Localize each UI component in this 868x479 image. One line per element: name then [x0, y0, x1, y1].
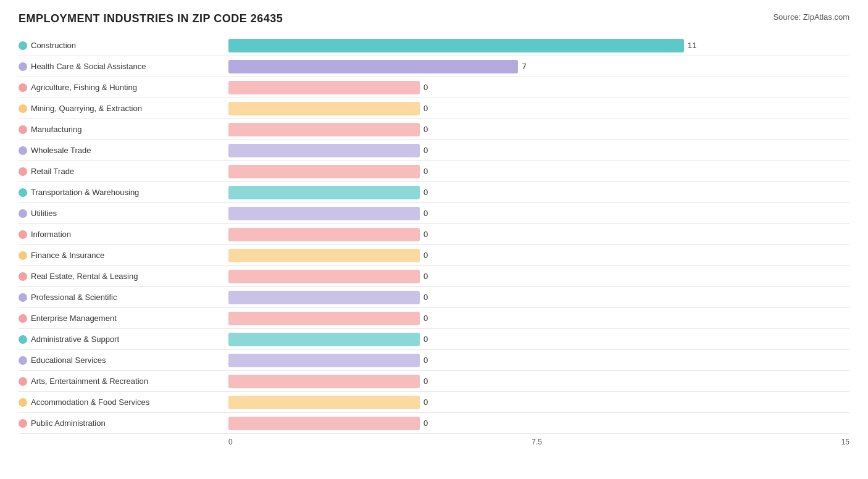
industry-dot: [19, 419, 27, 428]
source-label: Source: ZipAtlas.com: [773, 12, 849, 22]
bar-row: Mining, Quarrying, & Extraction0: [19, 98, 849, 119]
label-container: Finance & Insurance: [19, 251, 228, 260]
label-container: Mining, Quarrying, & Extraction: [19, 104, 228, 113]
bar-row: Accommodation & Food Services0: [19, 392, 849, 413]
bar-row: Professional & Scientific0: [19, 287, 849, 308]
bar-value-label: 0: [424, 104, 428, 113]
bar-row: Transportation & Warehousing0: [19, 182, 849, 203]
industry-label: Agriculture, Fishing & Hunting: [31, 83, 137, 92]
label-container: Accommodation & Food Services: [19, 398, 228, 407]
bar: [228, 39, 684, 52]
chart-title: EMPLOYMENT INDUSTRIES IN ZIP CODE 26435: [19, 12, 283, 25]
bar-row: Educational Services0: [19, 350, 849, 371]
label-container: Educational Services: [19, 356, 228, 365]
bar-value-label: 0: [424, 146, 428, 155]
label-container: Administrative & Support: [19, 335, 228, 344]
bar-value-label: 0: [424, 335, 428, 344]
label-container: Information: [19, 230, 228, 239]
industry-dot: [19, 251, 27, 260]
bar-row: Wholesale Trade0: [19, 140, 849, 161]
bar-value-label: 0: [424, 293, 428, 302]
industry-dot: [19, 356, 27, 365]
bar-value-label: 0: [424, 188, 428, 197]
bar: [228, 375, 420, 388]
industry-label: Health Care & Social Assistance: [31, 62, 146, 71]
x-axis-labels: 0 7.5 15: [228, 438, 849, 446]
industry-dot: [19, 83, 27, 92]
industry-dot: [19, 377, 27, 386]
bar-value-label: 11: [688, 41, 696, 50]
bar-row: Health Care & Social Assistance7: [19, 56, 849, 77]
industry-dot: [19, 41, 27, 50]
industry-dot: [19, 125, 27, 134]
label-container: Manufacturing: [19, 125, 228, 134]
bar: [228, 354, 420, 367]
industry-dot: [19, 167, 27, 176]
bar-section: 0: [228, 291, 849, 304]
label-container: Wholesale Trade: [19, 146, 228, 155]
industry-label: Mining, Quarrying, & Extraction: [31, 104, 142, 113]
bar: [228, 333, 420, 346]
bar: [228, 417, 420, 430]
bar-section: 0: [228, 207, 849, 220]
bar: [228, 165, 420, 178]
bar-row: Utilities0: [19, 203, 849, 224]
industry-dot: [19, 272, 27, 281]
bar-value-label: 0: [424, 272, 428, 281]
industry-dot: [19, 62, 27, 71]
bar-value-label: 0: [424, 356, 428, 365]
industry-dot: [19, 314, 27, 323]
bar-row: Construction11: [19, 35, 849, 56]
bar: [228, 270, 420, 283]
bar-section: 0: [228, 312, 849, 325]
industry-label: Professional & Scientific: [31, 293, 117, 302]
x-label-7-5: 7.5: [532, 438, 542, 446]
industry-label: Finance & Insurance: [31, 251, 104, 260]
bar-value-label: 0: [424, 230, 428, 239]
label-container: Arts, Entertainment & Recreation: [19, 377, 228, 386]
industry-label: Enterprise Management: [31, 314, 117, 323]
industry-label: Wholesale Trade: [31, 146, 91, 155]
chart-area: Construction11Health Care & Social Assis…: [19, 35, 849, 446]
bar-value-label: 0: [424, 167, 428, 176]
industry-label: Manufacturing: [31, 125, 81, 134]
bar-section: 0: [228, 102, 849, 115]
bar-value-label: 7: [522, 62, 526, 71]
label-container: Utilities: [19, 209, 228, 218]
industry-label: Retail Trade: [31, 167, 74, 176]
industry-dot: [19, 209, 27, 218]
bar-value-label: 0: [424, 419, 428, 428]
bar: [228, 81, 420, 94]
bar-value-label: 0: [424, 377, 428, 386]
bar-row: Public Administration0: [19, 413, 849, 434]
industry-label: Real Estate, Rental & Leasing: [31, 272, 138, 281]
bar: [228, 60, 518, 73]
bar: [228, 291, 420, 304]
label-container: Construction: [19, 41, 228, 50]
bar-section: 0: [228, 417, 849, 430]
bar-row: Enterprise Management0: [19, 308, 849, 329]
label-container: Public Administration: [19, 419, 228, 428]
industry-label: Utilities: [31, 209, 57, 218]
industry-label: Accommodation & Food Services: [31, 398, 149, 407]
bar: [228, 228, 420, 241]
bar-section: 0: [228, 144, 849, 157]
bar: [228, 312, 420, 325]
bar-section: 0: [228, 333, 849, 346]
bar-section: 0: [228, 186, 849, 199]
bar-section: 0: [228, 270, 849, 283]
x-label-15: 15: [841, 438, 849, 446]
industry-label: Construction: [31, 41, 76, 50]
bar-row: Real Estate, Rental & Leasing0: [19, 266, 849, 287]
label-container: Transportation & Warehousing: [19, 188, 228, 197]
bar: [228, 102, 420, 115]
industry-dot: [19, 188, 27, 197]
bar-value-label: 0: [424, 251, 428, 260]
bar-section: 0: [228, 396, 849, 409]
label-container: Retail Trade: [19, 167, 228, 176]
industry-label: Transportation & Warehousing: [31, 188, 139, 197]
industry-label: Arts, Entertainment & Recreation: [31, 377, 148, 386]
bar: [228, 249, 420, 262]
bar: [228, 207, 420, 220]
bar-row: Finance & Insurance0: [19, 245, 849, 266]
